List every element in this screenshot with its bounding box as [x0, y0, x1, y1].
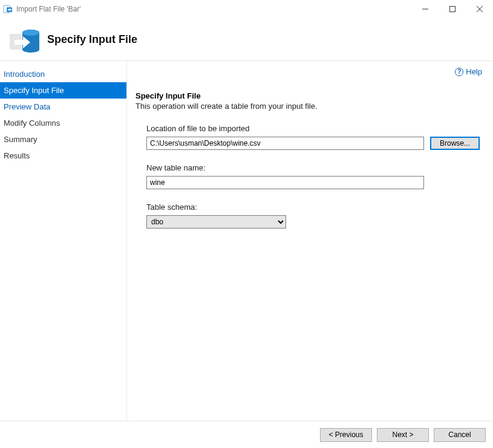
- form: Location of file to be imported Browse..…: [135, 124, 485, 229]
- previous-button[interactable]: < Previous: [320, 428, 372, 442]
- close-button[interactable]: [466, 0, 493, 18]
- table-name-input[interactable]: [146, 176, 424, 189]
- app-icon: [3, 4, 13, 14]
- browse-button[interactable]: Browse...: [430, 137, 480, 150]
- svg-rect-4: [449, 7, 455, 12]
- sidebar-item-specify-input-file[interactable]: Specify Input File: [0, 82, 126, 99]
- file-location-input[interactable]: [146, 137, 424, 150]
- database-import-icon: [8, 25, 36, 53]
- sidebar-item-modify-columns[interactable]: Modify Columns: [0, 115, 126, 131]
- svg-point-10: [22, 47, 39, 53]
- svg-point-11: [22, 30, 39, 36]
- content-area: ? Help Specify Input File This operation…: [127, 61, 493, 421]
- sidebar-item-preview-data[interactable]: Preview Data: [0, 99, 126, 115]
- body: Introduction Specify Input File Preview …: [0, 60, 493, 421]
- help-label: Help: [466, 67, 482, 76]
- page-title: Specify Input File: [47, 33, 137, 46]
- wizard-sidebar: Introduction Specify Input File Preview …: [0, 61, 127, 421]
- wizard-header: Specify Input File: [0, 18, 493, 60]
- cancel-button[interactable]: Cancel: [434, 428, 486, 442]
- titlebar: Import Flat File 'Bar': [0, 0, 493, 18]
- next-button[interactable]: Next >: [377, 428, 429, 442]
- file-location-label: Location of file to be imported: [146, 124, 480, 133]
- window-title: Import Flat File 'Bar': [16, 5, 81, 13]
- table-name-label: New table name:: [146, 163, 480, 172]
- wizard-footer: < Previous Next > Cancel: [0, 421, 493, 448]
- window-controls: [411, 0, 493, 18]
- minimize-button[interactable]: [411, 0, 439, 18]
- schema-select[interactable]: dbo: [146, 215, 286, 229]
- help-icon: ?: [455, 68, 463, 76]
- sidebar-item-results[interactable]: Results: [0, 148, 126, 164]
- section-title: Specify Input File: [135, 91, 485, 100]
- maximize-button[interactable]: [439, 0, 466, 18]
- sidebar-item-summary[interactable]: Summary: [0, 131, 126, 148]
- schema-label: Table schema:: [146, 203, 480, 212]
- sidebar-item-introduction[interactable]: Introduction: [0, 66, 126, 82]
- file-location-row: Browse...: [146, 137, 480, 150]
- help-link[interactable]: ? Help: [455, 67, 482, 76]
- section-description: This operation will create a table from …: [135, 102, 485, 111]
